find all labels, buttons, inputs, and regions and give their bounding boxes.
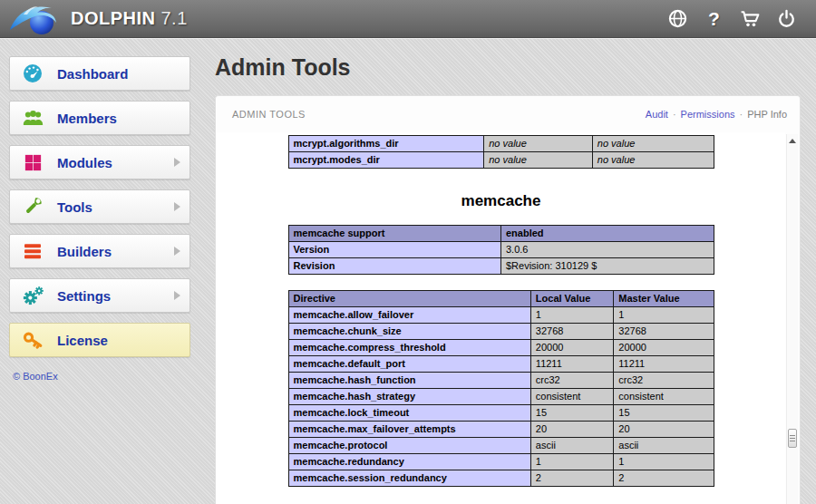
- table-row: Revision$Revision: 310129 $: [288, 258, 714, 275]
- table-cell: memcache.lock_timeout: [288, 405, 530, 422]
- builders-bars-icon: [21, 239, 44, 263]
- table-cell: memcache.allow_failover: [288, 307, 530, 324]
- table-row: mcrypt.modes_dirno valueno value: [288, 152, 714, 169]
- table-row: memcache.lock_timeout1515: [288, 405, 714, 422]
- sidebar-item-tools[interactable]: Tools: [9, 189, 190, 224]
- scroll-up-arrow-icon[interactable]: [789, 139, 796, 143]
- table-cell: memcache.chunk_size: [288, 324, 530, 340]
- column-header: enabled: [501, 226, 714, 242]
- table-header-row: memcache support enabled: [288, 226, 714, 242]
- chevron-right-icon: [174, 158, 180, 167]
- table-cell: crc32: [530, 373, 613, 389]
- table-cell: memcache.hash_strategy: [288, 389, 530, 405]
- power-icon[interactable]: [775, 7, 798, 30]
- sidebar-item-dashboard[interactable]: Dashboard: [9, 56, 190, 91]
- table-cell: mcrypt.algorithms_dir: [288, 136, 484, 152]
- table-row: memcache.hash_strategyconsistentconsiste…: [288, 389, 714, 405]
- chevron-right-icon: [174, 291, 180, 300]
- audit-link[interactable]: Audit: [646, 109, 668, 120]
- column-header: Local Value: [530, 291, 613, 307]
- table-row: memcache.session_redundancy22: [288, 470, 714, 487]
- table-cell: 15: [614, 405, 714, 422]
- table-cell: 20: [530, 422, 613, 438]
- permissions-link[interactable]: Permissions: [681, 109, 735, 120]
- cart-icon[interactable]: [739, 7, 762, 30]
- column-header: Directive: [288, 291, 530, 307]
- table-cell: 20000: [530, 340, 613, 356]
- table-row: memcache.max_failover_attempts2020: [288, 422, 714, 438]
- table-row: Version3.0.6: [288, 242, 714, 258]
- sidebar-item-members[interactable]: Members: [9, 101, 190, 135]
- sidebar-item-builders[interactable]: Builders: [9, 234, 190, 268]
- dolphin-logo-icon: [0, 0, 71, 38]
- header-icons: ?: [666, 7, 816, 30]
- license-key-icon: [21, 328, 44, 352]
- help-icon[interactable]: ?: [703, 7, 725, 30]
- table-cell: ascii: [614, 438, 714, 454]
- members-icon: [21, 106, 44, 130]
- table-cell: no value: [484, 152, 593, 169]
- separator: ·: [673, 109, 676, 120]
- sidebar: Dashboard Members Modules: [9, 56, 190, 383]
- chevron-right-icon: [174, 202, 180, 211]
- table-cell: consistent: [614, 389, 714, 405]
- php-info-link[interactable]: PHP Info: [747, 109, 787, 120]
- boonex-copyright-link[interactable]: © BoonEx: [13, 371, 58, 382]
- chevron-right-icon: [174, 247, 180, 256]
- table-cell: 2: [530, 470, 613, 487]
- scrollbar-thumb[interactable]: [788, 429, 797, 448]
- table-cell: Revision: [288, 258, 501, 275]
- panel-header: ADMIN TOOLS Audit · Permissions · PHP In…: [216, 96, 800, 132]
- sidebar-item-modules[interactable]: Modules: [9, 145, 190, 179]
- table-row: memcache.protocolasciiascii: [288, 438, 714, 454]
- table-cell: memcache.default_port: [288, 356, 530, 373]
- page-title: Admin Tools: [215, 54, 351, 81]
- table-cell: consistent: [530, 389, 613, 405]
- table-row: memcache.compress_threshold2000020000: [288, 340, 714, 356]
- modules-grid-icon: [21, 150, 44, 174]
- table-cell: 20: [614, 422, 714, 438]
- sidebar-item-label: Tools: [57, 199, 92, 215]
- globe-icon[interactable]: [666, 7, 689, 30]
- scrollbar-grip: [790, 435, 795, 441]
- memcache-section-heading: memcache: [288, 192, 714, 210]
- table-cell: memcache.protocol: [288, 438, 530, 454]
- column-header: Master Value: [614, 291, 714, 307]
- table-cell: 2: [614, 470, 714, 487]
- table-cell: crc32: [614, 373, 714, 389]
- table-cell: 3.0.6: [501, 242, 714, 258]
- table-row: memcache.redundancy11: [288, 454, 714, 470]
- sidebar-item-label: Dashboard: [57, 66, 128, 82]
- panel-nav-links: Audit · Permissions · PHP Info: [646, 109, 787, 120]
- brand-version: 7.1: [161, 8, 188, 29]
- table-row: mcrypt.algorithms_dirno valueno value: [288, 136, 714, 152]
- app-title: DOLPHIN 7.1: [71, 8, 188, 29]
- table-cell: 1: [614, 307, 714, 324]
- sidebar-item-label: Members: [57, 111, 117, 126]
- table-row: memcache.chunk_size3276832768: [288, 324, 714, 340]
- sidebar-item-label: Settings: [57, 288, 111, 304]
- table-cell: 1: [614, 454, 714, 470]
- sidebar-item-label: Modules: [57, 155, 112, 170]
- table-cell: memcache.redundancy: [288, 454, 530, 470]
- column-header: memcache support: [288, 226, 501, 242]
- table-row: memcache.allow_failover11: [288, 307, 714, 324]
- tools-wrench-icon: [21, 195, 44, 218]
- table-cell: memcache.max_failover_attempts: [288, 422, 530, 438]
- sidebar-item-label: Builders: [57, 244, 112, 259]
- table-cell: no value: [592, 152, 714, 169]
- table-cell: 1: [530, 307, 613, 324]
- sidebar-item-license[interactable]: License: [9, 323, 190, 357]
- sidebar-item-settings[interactable]: Settings: [9, 278, 190, 313]
- table-cell: 11211: [530, 356, 613, 373]
- table-row: memcache.default_port1121111211: [288, 356, 714, 373]
- table-cell: 20000: [614, 340, 714, 356]
- table-cell: 32768: [530, 324, 613, 340]
- table-cell: memcache.compress_threshold: [288, 340, 530, 356]
- table-cell: no value: [484, 136, 593, 152]
- scrollbar[interactable]: [786, 134, 798, 504]
- brand-name: DOLPHIN: [71, 8, 156, 29]
- table-cell: memcache.session_redundancy: [288, 470, 530, 487]
- memcache-directives-table: Directive Local Value Master Value memca…: [288, 290, 714, 487]
- table-cell: ascii: [530, 438, 613, 454]
